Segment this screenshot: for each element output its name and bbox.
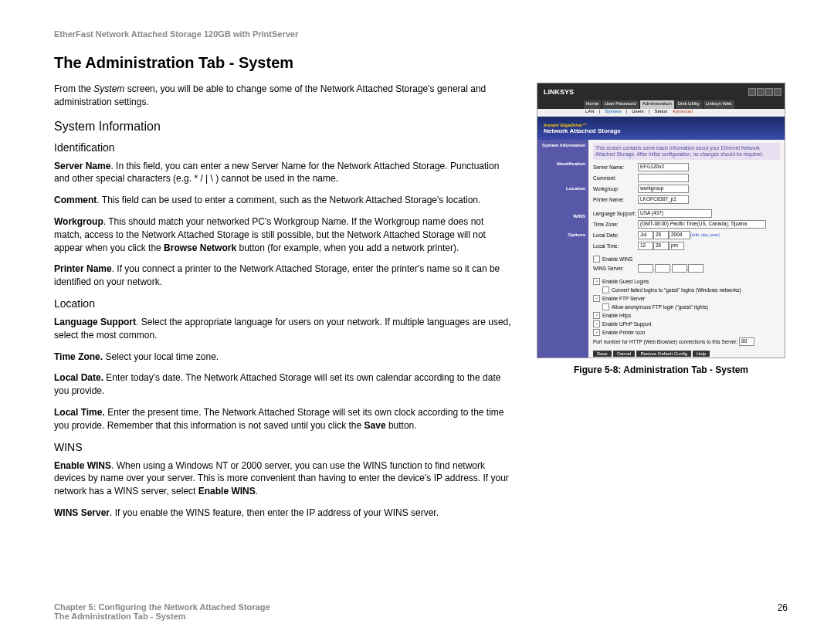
linksys-logo: LINKSYS [544, 88, 574, 96]
page-title: The Administration Tab - System [54, 54, 788, 72]
time-hour-input[interactable]: 12 [638, 242, 653, 250]
banner: Instant GigaDrive™ Network Attached Stor… [537, 117, 785, 140]
footer-section: The Administration Tab - System [54, 612, 788, 621]
wins-ip-1[interactable] [638, 264, 653, 273]
form-panel: This screen contains some basic informat… [588, 140, 785, 358]
enable-ftp-checkbox[interactable] [593, 295, 600, 302]
para-server-name: Server Name. In this field, you can ente… [54, 160, 514, 186]
tab-linksys-web[interactable]: Linksys Web [703, 100, 734, 109]
para-workgroup: Workgroup. This should match your networ… [54, 215, 514, 254]
language-select[interactable]: USA (437) [638, 209, 712, 218]
enable-printer-icon-checkbox[interactable] [593, 329, 600, 336]
tab-user-password[interactable]: User Password [602, 100, 639, 109]
intro-paragraph: From the System screen, you will be able… [54, 83, 514, 109]
subtab-status[interactable]: Status [654, 109, 667, 117]
sub-nav-tabs: LAN| System| Users| Status Advanced [537, 109, 785, 117]
http-port-input[interactable]: 80 [739, 337, 754, 346]
anon-ftp-checkbox[interactable] [602, 303, 609, 310]
printer-name-input[interactable]: LKGFC8387_p1 [638, 195, 689, 204]
para-timezone: Time Zone. Select your local time zone. [54, 351, 514, 364]
product-header: EtherFast Network Attached Storage 120GB… [54, 29, 788, 39]
para-wins-server: WINS Server. If you enable the WINS feat… [54, 507, 514, 520]
page-number: 26 [778, 602, 788, 613]
cancel-button[interactable]: Cancel [613, 351, 636, 357]
comment-input[interactable] [638, 174, 689, 182]
figure-screenshot: LINKSYS Home User Password Administratio… [537, 83, 785, 358]
enable-wins-checkbox[interactable] [593, 256, 600, 263]
convert-guest-checkbox[interactable] [602, 286, 609, 293]
wins-ip-4[interactable] [688, 264, 703, 273]
tab-administration[interactable]: Administration [640, 100, 674, 109]
help-button[interactable]: Help [693, 351, 710, 357]
time-ampm-select[interactable]: pm [669, 242, 684, 250]
figure-caption: Figure 5-8: Administration Tab - System [537, 364, 785, 375]
date-year-input[interactable]: 2004 [669, 231, 690, 239]
section-system-information: System Information [54, 120, 514, 134]
sidebar-options: Options [537, 232, 585, 237]
time-min-input[interactable]: 26 [653, 242, 669, 250]
sidebar-sysinfo: System Information [537, 143, 585, 147]
tab-home[interactable]: Home [584, 100, 601, 109]
para-language: Language Support. Select the appropriate… [54, 316, 514, 342]
subtab-lan[interactable]: LAN [585, 109, 595, 117]
button-row: Save Cancel Restore Default Config Help [593, 351, 780, 357]
tab-disk-utility[interactable]: Disk Utility [676, 100, 702, 109]
sidebar-location: Location [537, 186, 585, 191]
wins-ip-2[interactable] [655, 264, 670, 273]
enable-guest-checkbox[interactable] [593, 278, 600, 285]
save-button[interactable]: Save [593, 351, 612, 357]
para-printer-name: Printer Name. If you connect a printer t… [54, 263, 514, 289]
subsection-identification: Identification [54, 141, 514, 154]
subtab-system[interactable]: System [605, 109, 621, 117]
enable-https-checkbox[interactable] [593, 312, 600, 319]
sidebar-wins: WINS [537, 214, 585, 219]
body-text-column: From the System screen, you will be able… [54, 83, 514, 528]
topbar-icons [748, 88, 781, 96]
para-local-time: Local Time. Enter the present time. The … [54, 406, 514, 432]
para-comment: Comment. This field can be used to enter… [54, 194, 514, 207]
enable-upnp-checkbox[interactable] [593, 320, 600, 327]
subtab-users[interactable]: Users [632, 109, 644, 117]
subsection-location: Location [54, 297, 514, 310]
para-enable-wins: Enable WINS. When using a Windows NT or … [54, 459, 514, 498]
subsection-wins: WINS [54, 441, 514, 453]
subtab-advanced[interactable]: Advanced [672, 109, 693, 117]
date-month-input[interactable]: Jul [638, 231, 653, 239]
restore-button[interactable]: Restore Default Config [636, 351, 691, 357]
date-day-input[interactable]: 26 [653, 231, 669, 239]
footer-chapter: Chapter 5: Configuring the Network Attac… [54, 602, 788, 612]
sidebar-identification: Identification [537, 161, 585, 166]
para-local-date: Local Date. Enter today's date. The Netw… [54, 371, 514, 398]
page-footer: 26 Chapter 5: Configuring the Network At… [54, 602, 788, 621]
timezone-select[interactable]: (GMT-08:00) Pacific Time(US, Canada); Ti… [638, 220, 766, 229]
main-nav-tabs: Home User Password Administration Disk U… [537, 100, 785, 109]
server-name-input[interactable]: EFG120v2 [638, 163, 689, 171]
wins-ip-3[interactable] [672, 264, 687, 273]
workgroup-input[interactable]: workgroup [638, 185, 689, 193]
sidebar: System Information Identification Locati… [537, 140, 588, 358]
panel-description: This screen contains some basic informat… [593, 143, 780, 160]
